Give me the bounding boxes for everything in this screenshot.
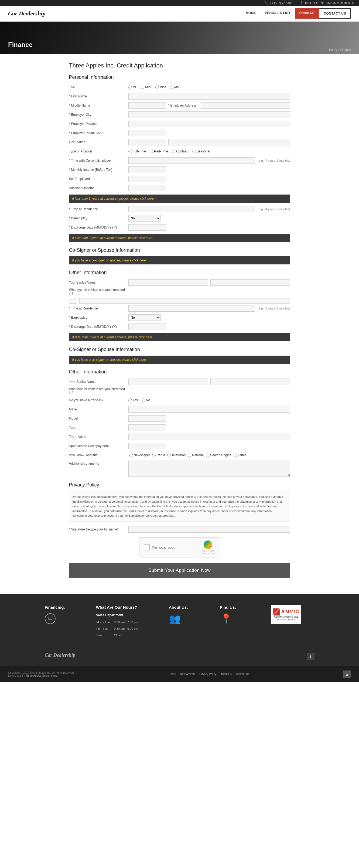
signature-row: * Signature (retype your full name) (69, 526, 290, 533)
title-miss[interactable]: Miss (155, 85, 166, 89)
hours-time-1: 9:30 am - 6:00 pm (114, 626, 138, 632)
hours-time-2: Closed (114, 632, 138, 638)
employer-address-input[interactable] (201, 102, 290, 109)
additional-income-input[interactable] (128, 185, 166, 191)
title-mr[interactable]: Mr. (128, 85, 137, 89)
how-other[interactable]: Other (234, 453, 246, 457)
title-mrs[interactable]: Mrs. (141, 85, 151, 89)
footer-link-contact[interactable]: Contact Us (236, 673, 249, 676)
trade-value-row: Trade Value (69, 433, 290, 441)
footer-link-arrivals[interactable]: New Arrivals (180, 673, 195, 676)
middlename-input[interactable] (128, 102, 166, 109)
hours-row-2: Sun: Closed (97, 632, 138, 638)
trade-no[interactable]: No (141, 398, 150, 402)
trade-in-label: Do you have a trade-in? (69, 398, 128, 402)
personal-info-section: Personal Information Title Mr. Mrs. Miss… (69, 74, 290, 242)
employer-city-input[interactable] (128, 112, 290, 118)
position-radio-group: Full-Time Part-Time Contract Seasonal (128, 150, 210, 153)
self-employed-input[interactable] (128, 176, 166, 182)
time-residence-hint: e.g. (4 years, 6 months) (259, 208, 290, 211)
amvic-subtext: ALBERTA MOTOR VEHICLE INDUSTRY COUNCIL (274, 616, 298, 621)
employer-postal-input[interactable] (128, 130, 166, 136)
how-radio[interactable]: Radio (152, 453, 165, 457)
trade-yes[interactable]: Yes (128, 398, 138, 402)
submit-button[interactable]: Submit Your Application Now (69, 563, 290, 578)
hero-section: Finance Home > Finance (0, 22, 359, 54)
time-employer-input[interactable] (128, 157, 255, 164)
position-parttime[interactable]: Part-Time (150, 150, 168, 153)
title-ms[interactable]: Ms. (170, 85, 180, 89)
footer-bottom-links: Home New Arrivals Privacy Policy About U… (169, 673, 249, 676)
footer-hours-title: What Are Our Hours? (96, 605, 161, 610)
occupation-input[interactable] (128, 139, 166, 146)
bankruptcy-select-2[interactable]: No Yes (128, 314, 161, 321)
bank-name-input-1a[interactable] (128, 279, 208, 286)
bank-name-inputs-1 (128, 279, 290, 286)
how-tv[interactable]: Television (167, 453, 186, 457)
address-info: 📍 1234 11 ST NE CALGARY ALBERTA (300, 1, 354, 5)
signature-input[interactable] (128, 526, 290, 533)
footer-main: Financing. 🏷 What Are Our Hours? Sales D… (0, 594, 359, 666)
back-to-top-button[interactable]: ▲ (344, 671, 351, 678)
banner-employer[interactable]: If less than 3 years at current employer… (69, 194, 290, 203)
title-radio-group: Mr. Mrs. Miss Ms. (128, 85, 180, 89)
how-search[interactable]: Search Engine (206, 453, 231, 457)
footer-col-hours: What Are Our Hours? Sales Department Mon… (96, 605, 161, 639)
nav-home[interactable]: HOME (242, 8, 261, 19)
vehicle-type-row-2: What type of vehicle are you interested … (69, 387, 290, 395)
cosigner-banner-1[interactable]: If you have a co-signer or spouse, pleas… (69, 256, 290, 265)
make-input[interactable] (128, 406, 290, 412)
banner-address[interactable]: If less than 3 years at current address,… (69, 234, 290, 242)
discharge-input[interactable] (128, 224, 166, 231)
model-input[interactable] (128, 415, 166, 422)
monthly-income-input[interactable] (128, 166, 166, 173)
discharge-input-2[interactable] (128, 323, 166, 330)
bank-name-input-1b[interactable] (210, 279, 290, 286)
position-contract[interactable]: Contract (172, 150, 188, 153)
how-referral[interactable]: Referral (188, 453, 204, 457)
discharge-row: * Discharge Date (MM/DD/YYYY) (69, 224, 290, 231)
how-newspaper[interactable]: Newspaper (129, 453, 150, 457)
time-residence-input[interactable] (128, 206, 255, 212)
footer-about-title: About Us. (169, 605, 212, 610)
monthly-income-row: * Monthly Income (Before Tax) (69, 166, 290, 174)
bankruptcy-select[interactable]: No Yes (128, 215, 161, 221)
banner-address-2[interactable]: If less than 3 years at current address,… (69, 333, 290, 341)
year-input[interactable] (128, 425, 166, 431)
sales-dept-label: Sales Department (96, 613, 161, 617)
occupation-input2[interactable] (168, 139, 290, 146)
position-seasonal[interactable]: Seasonal (192, 150, 210, 153)
downpayment-input[interactable] (128, 443, 166, 449)
time-residence-input-2[interactable] (128, 305, 255, 312)
year-row: Year (69, 424, 290, 431)
comments-textarea[interactable] (128, 461, 290, 477)
cosigner-banner-2[interactable]: If you have a co-signer or spouse, pleas… (69, 355, 290, 364)
footer-link-home[interactable]: Home (169, 673, 176, 676)
bank-name-input-2a[interactable] (128, 378, 208, 385)
self-employed-label: Self Employed (69, 177, 128, 181)
footer-link-about[interactable]: About Us (221, 673, 232, 676)
time-residence-label-2: * Time at Residence (69, 307, 128, 310)
nav-contact[interactable]: CONTACT US (319, 8, 351, 19)
other-info-section-2: Other Information Your Bank's Name What … (69, 369, 290, 477)
firstname-label: * First Name (69, 94, 128, 98)
employer-province-input[interactable] (128, 121, 290, 127)
nav-vehicles[interactable]: VEHICLES LIST (261, 8, 295, 19)
bank-name-input-2b[interactable] (210, 378, 290, 385)
footer-financing-title: Financing. (45, 605, 88, 610)
position-fulltime[interactable]: Full-Time (128, 150, 146, 153)
captcha-checkbox[interactable] (144, 545, 150, 551)
phone-info: 📞 +1 (587) 727-4816 (265, 1, 294, 5)
make-label: Make (69, 407, 128, 411)
developer-link[interactable]: Three Apples Systems Inc. (26, 674, 58, 677)
downpayment-row: Approximate Downpayment (69, 442, 290, 450)
trade-value-input[interactable] (128, 434, 290, 440)
facebook-icon[interactable]: f (307, 653, 315, 660)
captcha-left: I'm not a robot (144, 545, 175, 551)
footer-col-financing: Financing. 🏷 (45, 605, 88, 639)
footer-link-privacy[interactable]: Privacy Policy (199, 673, 216, 676)
nav-finance[interactable]: FINANCE (295, 8, 319, 19)
captcha-box: I'm not a robot reCAPTCHAPrivacy - Terms (139, 537, 220, 557)
firstname-input[interactable] (128, 93, 290, 99)
site-logo: Car Dealership (8, 10, 45, 17)
